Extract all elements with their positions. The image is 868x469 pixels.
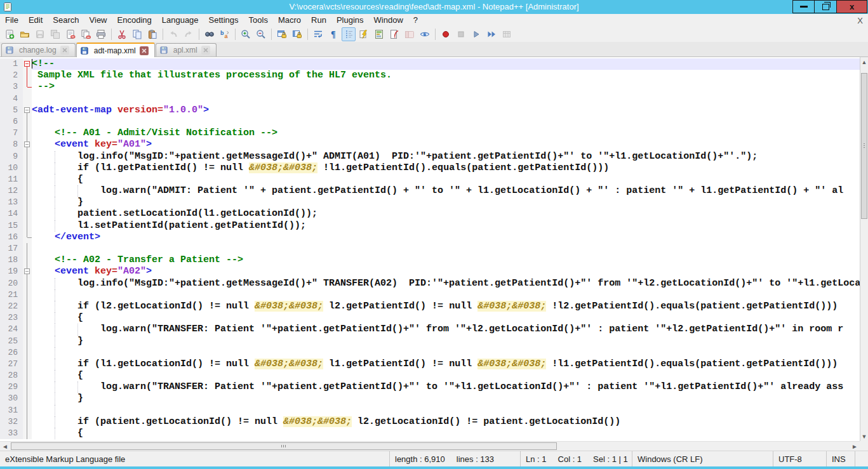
scroll-up-arrow[interactable]: ▲: [860, 57, 868, 67]
restore-button[interactable]: [815, 0, 837, 13]
find-icon[interactable]: [203, 27, 217, 41]
code-line[interactable]: 28 {: [0, 370, 860, 381]
menu-item-encoding[interactable]: Encoding: [112, 14, 157, 27]
copy-icon[interactable]: [130, 27, 144, 41]
code-line[interactable]: 16 </event>: [0, 232, 860, 243]
code-line[interactable]: 22 if (l2.getLocationId() != null &#038;…: [0, 301, 860, 312]
code-text[interactable]: -->: [32, 81, 860, 93]
code-line[interactable]: 9 log.info("MsgID:"+patient.getMessageId…: [0, 151, 860, 162]
code-text[interactable]: <event key="A02">: [32, 266, 860, 277]
code-text[interactable]: log.info("MsgID:"+patient.getMessageId()…: [32, 151, 860, 162]
fold-marker[interactable]: [23, 105, 32, 116]
code-line[interactable]: 23 {: [0, 312, 860, 324]
horizontal-scroll-thumb[interactable]: [11, 442, 557, 450]
code-line[interactable]: 10 if (l1.getPatientId() != null &#038;&…: [0, 162, 860, 174]
fold-marker[interactable]: [23, 139, 32, 150]
menu-item-plugins[interactable]: Plugins: [331, 14, 369, 27]
code-line[interactable]: 32 if (patient.getLocationId() != null &…: [0, 416, 860, 428]
code-text[interactable]: <!--: [32, 58, 860, 70]
code-line[interactable]: 17: [0, 243, 860, 254]
code-text[interactable]: l1.setPatientId(patient.getPatientId());: [32, 220, 860, 232]
code-text[interactable]: {: [32, 312, 860, 324]
redo-icon[interactable]: [182, 27, 196, 41]
show-all-chars-icon[interactable]: ¶: [326, 27, 340, 41]
menu-item-help[interactable]: ?: [408, 14, 423, 27]
macro-save-icon[interactable]: [500, 27, 514, 41]
code-line[interactable]: 29 log.warn("TRANSFER: Patient '"+patien…: [0, 381, 860, 393]
menu-item-search[interactable]: Search: [48, 14, 84, 27]
code-text[interactable]: <adt-event-map version="1.0.0">: [32, 105, 860, 116]
fold-marker[interactable]: [23, 58, 32, 70]
code-text[interactable]: {: [32, 428, 860, 439]
tab-adt-map.xml[interactable]: adt-map.xml: [76, 43, 155, 57]
menu-item-edit[interactable]: Edit: [23, 14, 48, 27]
code-text[interactable]: if (l1.getLocationId() != null &#038;&#0…: [32, 359, 860, 370]
code-line[interactable]: 2 Sample XML file that illustrates proce…: [0, 70, 860, 81]
close-doc-icon[interactable]: [63, 27, 77, 41]
code-line[interactable]: 27 if (l1.getLocationId() != null &#038;…: [0, 359, 860, 370]
code-text[interactable]: if (l1.getPatientId() != null &#038;&#03…: [32, 162, 860, 174]
indent-guide-icon[interactable]: [342, 27, 356, 41]
code-line[interactable]: 20 log.info("MsgID:"+patient.getMessageI…: [0, 278, 860, 289]
code-editor[interactable]: 1<!--2 Sample XML file that illustrates …: [0, 57, 860, 441]
code-line[interactable]: 5<adt-event-map version="1.0.0">: [0, 105, 860, 116]
code-text[interactable]: [32, 243, 860, 254]
code-text[interactable]: }: [32, 393, 860, 404]
tab-apl.xml[interactable]: apl.xml: [156, 43, 217, 56]
menu-item-macro[interactable]: Macro: [273, 14, 306, 27]
code-text[interactable]: [32, 347, 860, 359]
save-all-icon[interactable]: [48, 27, 62, 41]
function-list-icon[interactable]: [387, 27, 401, 41]
scroll-down-arrow[interactable]: ▼: [860, 432, 868, 441]
replace-icon[interactable]: ba: [218, 27, 232, 41]
code-line[interactable]: 31: [0, 405, 860, 416]
tab-close-icon[interactable]: [60, 46, 72, 55]
code-text[interactable]: log.warn("ADMIT: Patient '" + patient.ge…: [32, 185, 860, 197]
menu-item-settings[interactable]: Settings: [204, 14, 244, 27]
horizontal-scrollbar[interactable]: ◄ ►: [0, 441, 860, 451]
zoom-in-icon[interactable]: [239, 27, 253, 41]
code-text[interactable]: Sample XML file that illustrates process…: [32, 70, 860, 81]
scroll-right-arrow[interactable]: ►: [850, 442, 860, 451]
code-line[interactable]: 18 <!-- A02 - Transfer a Patient -->: [0, 254, 860, 266]
doc-map-icon[interactable]: [372, 27, 386, 41]
code-text[interactable]: <event key="A01">: [32, 139, 860, 150]
menu-item-file[interactable]: File: [0, 14, 23, 27]
tab-close-icon[interactable]: [140, 46, 151, 55]
print-icon[interactable]: [94, 27, 108, 41]
code-text[interactable]: if (l2.getLocationId() != null &#038;&#0…: [32, 301, 860, 312]
code-text[interactable]: log.warn("TRANSFER: Patient '"+patient.g…: [32, 381, 860, 393]
menu-item-view[interactable]: View: [84, 14, 112, 27]
code-text[interactable]: log.info("MsgID:"+patient.getMessageId()…: [32, 278, 860, 289]
macro-run-multi-icon[interactable]: [484, 27, 498, 41]
tab-change.log[interactable]: change.log: [1, 43, 76, 56]
code-line[interactable]: 8 <event key="A01">: [0, 139, 860, 150]
vertical-scroll-thumb[interactable]: [861, 73, 867, 219]
code-text[interactable]: log.warn("TRANSFER: Patient '"+patient.g…: [32, 324, 860, 335]
code-line[interactable]: 15 l1.setPatientId(patient.getPatientId(…: [0, 220, 860, 232]
code-text[interactable]: <!-- A02 - Transfer a Patient -->: [32, 254, 860, 266]
code-text[interactable]: if (patient.getLocationId() != null &#03…: [32, 416, 860, 428]
code-text[interactable]: [32, 116, 860, 128]
scroll-left-arrow[interactable]: ◄: [0, 442, 10, 451]
macro-play-icon[interactable]: [469, 27, 483, 41]
sync-scroll-vertical-icon[interactable]: [275, 27, 289, 41]
code-line[interactable]: 14 patient.setLocationId(l1.getLocationI…: [0, 208, 860, 220]
menu-item-window[interactable]: Window: [369, 14, 408, 27]
code-text[interactable]: }: [32, 336, 860, 347]
open-folder-icon[interactable]: [18, 27, 32, 41]
code-text[interactable]: [32, 289, 860, 301]
doc-switcher-icon[interactable]: [403, 27, 417, 41]
code-line[interactable]: 4: [0, 93, 860, 105]
macro-record-icon[interactable]: [439, 27, 453, 41]
menu-item-run[interactable]: Run: [306, 14, 331, 27]
code-text[interactable]: <!-- A01 - Admit/Visit Notification -->: [32, 128, 860, 139]
menu-close-document-button[interactable]: X: [857, 16, 863, 25]
code-line[interactable]: 1<!--: [0, 58, 860, 70]
code-text[interactable]: }: [32, 197, 860, 208]
sync-scroll-horizontal-icon[interactable]: [290, 27, 304, 41]
code-line[interactable]: 24 log.warn("TRANSFER: Patient '"+patien…: [0, 324, 860, 335]
code-text[interactable]: {: [32, 174, 860, 185]
zoom-out-icon[interactable]: [254, 27, 268, 41]
code-line[interactable]: 21: [0, 289, 860, 301]
